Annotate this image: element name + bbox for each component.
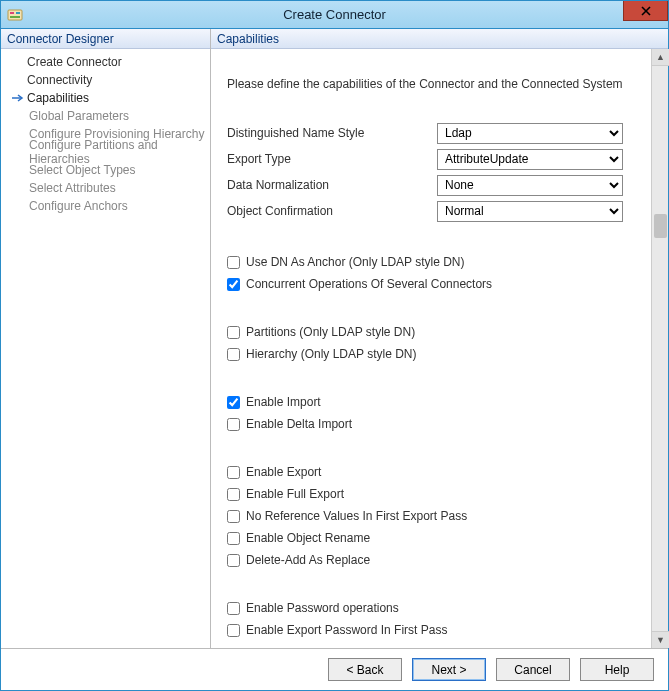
checkbox-enable_import[interactable] (227, 396, 240, 409)
label-dn-style: Distinguished Name Style (227, 126, 437, 140)
svg-rect-3 (10, 16, 20, 18)
checkbox-row-delete_add_replace[interactable]: Delete-Add As Replace (227, 549, 623, 571)
form-area: Please define the capabilities of the Co… (211, 49, 651, 648)
checkbox-row-hierarchy[interactable]: Hierarchy (Only LDAP style DN) (227, 343, 623, 365)
checkbox-delete_add_replace[interactable] (227, 554, 240, 567)
checkbox-row-enable_export_pwd_first[interactable]: Enable Export Password In First Pass (227, 619, 623, 641)
checkbox-row-enable_obj_rename[interactable]: Enable Object Rename (227, 527, 623, 549)
client-area: Connector Designer Create ConnectorConne… (1, 29, 668, 690)
svg-rect-0 (8, 10, 22, 20)
checkbox-label: Enable Password operations (246, 601, 399, 615)
label-export-type: Export Type (227, 152, 437, 166)
nav-item-connectivity[interactable]: Connectivity (1, 71, 210, 89)
row-obj-confirm: Object Confirmation Normal (227, 199, 623, 223)
checkbox-row-enable_pwd_ops[interactable]: Enable Password operations (227, 597, 623, 619)
nav-item-label: Select Object Types (29, 163, 136, 177)
checkbox-label: Enable Export Password In First Pass (246, 623, 447, 637)
checkbox-label: Enable Full Export (246, 487, 344, 501)
svg-rect-2 (16, 12, 20, 14)
nav-item-label: Global Parameters (29, 109, 129, 123)
svg-rect-1 (10, 12, 14, 14)
nav-item-label: Configure Partitions and Hierarchies (29, 138, 210, 166)
nav-item-label: Configure Anchors (29, 199, 128, 213)
checkbox-label: Hierarchy (Only LDAP style DN) (246, 347, 416, 361)
checkbox-enable_obj_rename[interactable] (227, 532, 240, 545)
nav-item-select-attributes[interactable]: Select Attributes (1, 179, 210, 197)
sidebar-header: Connector Designer (1, 29, 210, 49)
checkbox-partitions[interactable] (227, 326, 240, 339)
checkbox-row-use_dn_anchor[interactable]: Use DN As Anchor (Only LDAP style DN) (227, 251, 623, 273)
content: Connector Designer Create ConnectorConne… (1, 29, 668, 648)
window-title: Create Connector (1, 7, 668, 22)
checkbox-row-enable_full_export[interactable]: Enable Full Export (227, 483, 623, 505)
scroll-thumb[interactable] (654, 214, 667, 238)
checkbox-label: Enable Delta Import (246, 417, 352, 431)
scroll-up-arrow[interactable]: ▲ (652, 49, 669, 66)
row-export-type: Export Type AttributeUpdate (227, 147, 623, 171)
button-bar: < Back Next > Cancel Help (1, 648, 668, 690)
back-button[interactable]: < Back (328, 658, 402, 681)
titlebar: Create Connector (1, 1, 668, 29)
select-data-norm[interactable]: None (437, 175, 623, 196)
checkbox-label: Enable Export (246, 465, 321, 479)
close-button[interactable] (623, 1, 668, 21)
nav-item-label: Create Connector (27, 55, 122, 69)
nav-item-label: Connectivity (27, 73, 92, 87)
select-dn-style[interactable]: Ldap (437, 123, 623, 144)
nav-list: Create ConnectorConnectivityCapabilities… (1, 49, 210, 215)
checkbox-no_ref_first_pass[interactable] (227, 510, 240, 523)
checkbox-enable_pwd_ops[interactable] (227, 602, 240, 615)
cancel-button[interactable]: Cancel (496, 658, 570, 681)
next-button[interactable]: Next > (412, 658, 486, 681)
row-dn-style: Distinguished Name Style Ldap (227, 121, 623, 145)
row-data-norm: Data Normalization None (227, 173, 623, 197)
checkbox-row-enable_export[interactable]: Enable Export (227, 461, 623, 483)
checkbox-label: No Reference Values In First Export Pass (246, 509, 467, 523)
checkbox-row-partitions[interactable]: Partitions (Only LDAP style DN) (227, 321, 623, 343)
sidebar: Connector Designer Create ConnectorConne… (1, 29, 211, 648)
checkbox-label: Delete-Add As Replace (246, 553, 370, 567)
label-data-norm: Data Normalization (227, 178, 437, 192)
checkbox-row-enable_delta_import[interactable]: Enable Delta Import (227, 413, 623, 435)
checkbox-row-no_ref_first_pass[interactable]: No Reference Values In First Export Pass (227, 505, 623, 527)
checkbox-hierarchy[interactable] (227, 348, 240, 361)
checkbox-label: Use DN As Anchor (Only LDAP style DN) (246, 255, 465, 269)
panel: Capabilities Please define the capabilit… (211, 29, 668, 648)
label-obj-confirm: Object Confirmation (227, 204, 437, 218)
select-obj-confirm[interactable]: Normal (437, 201, 623, 222)
checkbox-label: Enable Object Rename (246, 531, 370, 545)
checkbox-enable_full_export[interactable] (227, 488, 240, 501)
checkbox-label: Partitions (Only LDAP style DN) (246, 325, 415, 339)
window: Create Connector Connector Designer Crea… (0, 0, 669, 691)
checkbox-row-enable_import[interactable]: Enable Import (227, 391, 623, 413)
checkbox-concurrent_ops[interactable] (227, 278, 240, 291)
arrow-icon (11, 93, 25, 103)
checkbox-label: Concurrent Operations Of Several Connect… (246, 277, 492, 291)
checkbox-use_dn_anchor[interactable] (227, 256, 240, 269)
nav-item-create-connector[interactable]: Create Connector (1, 53, 210, 71)
panel-body: Please define the capabilities of the Co… (211, 49, 668, 648)
nav-item-label: Capabilities (27, 91, 89, 105)
checkbox-enable_export_pwd_first[interactable] (227, 624, 240, 637)
nav-item-configure-partitions-and-hierarchies[interactable]: Configure Partitions and Hierarchies (1, 143, 210, 161)
scroll-down-arrow[interactable]: ▼ (652, 631, 669, 648)
help-button[interactable]: Help (580, 658, 654, 681)
nav-item-label: Select Attributes (29, 181, 116, 195)
checkbox-enable_export[interactable] (227, 466, 240, 479)
nav-item-capabilities[interactable]: Capabilities (1, 89, 210, 107)
checkbox-row-concurrent_ops[interactable]: Concurrent Operations Of Several Connect… (227, 273, 623, 295)
nav-item-configure-anchors[interactable]: Configure Anchors (1, 197, 210, 215)
instruction-text: Please define the capabilities of the Co… (227, 77, 623, 91)
panel-header: Capabilities (211, 29, 668, 49)
app-icon (7, 7, 23, 23)
vertical-scrollbar[interactable]: ▲ ▼ (651, 49, 668, 648)
select-export-type[interactable]: AttributeUpdate (437, 149, 623, 170)
checkbox-enable_delta_import[interactable] (227, 418, 240, 431)
nav-item-global-parameters[interactable]: Global Parameters (1, 107, 210, 125)
checkbox-label: Enable Import (246, 395, 321, 409)
